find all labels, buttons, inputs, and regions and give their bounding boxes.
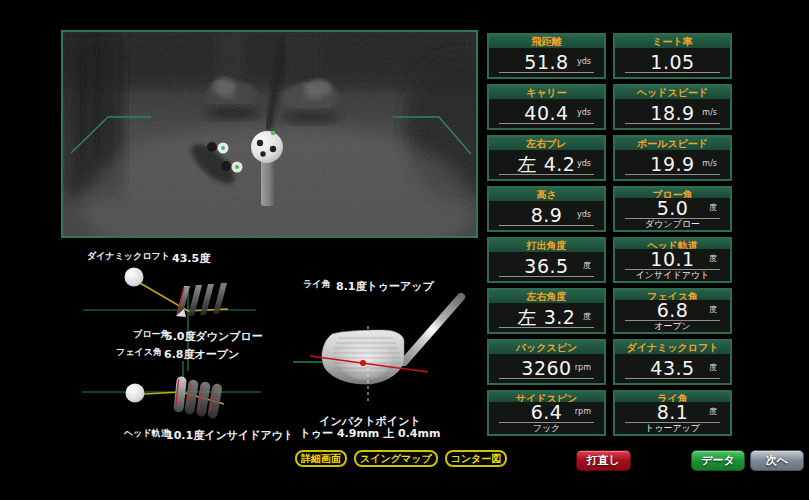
metric-value: 3260 [521, 357, 571, 379]
face-angle-diagram-label: フェイス角 [116, 347, 162, 357]
metric-panel-head_path: ヘッド軌道 10.1 度 インサイドアウト [613, 237, 732, 283]
metric-value: 10.1 [650, 248, 694, 270]
club-face-diagram: ライ角 8.1度トゥーアップ インパクトポイント トゥー 4.9mm 上 0.4… [290, 270, 485, 440]
head-path-diagram-value: 10.1度インサイドアウト [166, 429, 290, 442]
face-angle-diagram-value: 6.8度オープン [164, 348, 239, 361]
metric-label: 高さ [489, 188, 604, 201]
metric-label: 打出角度 [489, 239, 604, 252]
detail-screen-button[interactable]: 詳細画面 [295, 450, 347, 467]
metric-value: 6.8 [657, 299, 689, 321]
metric-panel-ball_speed: ボールスピード 19.9 m/s [613, 135, 732, 181]
metric-sub-label: インサイドアウト [636, 270, 710, 281]
metric-panel-head_speed: ヘッドスピード 18.9 m/s [613, 84, 732, 130]
metric-label: ボールスピード [615, 137, 730, 150]
metric-unit: 度 [583, 256, 591, 276]
club-shaft-drawing [404, 297, 461, 362]
next-button[interactable]: 次へ [750, 450, 804, 471]
lie-angle-diagram-label: ライ角 [303, 279, 330, 289]
metric-unit: yds [577, 103, 591, 123]
metric-panel-lie_angle: ライ角 8.1 度 トゥーアップ [613, 390, 732, 436]
retry-shot-button[interactable]: 打直し [576, 450, 631, 471]
contour-map-button[interactable]: コンター図 [445, 450, 508, 467]
metric-panel-sidespin: サイドスピン 6.4 rpm フック [487, 390, 606, 436]
metric-value: 43.5 [650, 357, 694, 379]
metric-panel-lateral_deviation: 左右ブレ 左 4.2 yds [487, 135, 606, 181]
impact-point-dot [360, 360, 366, 366]
metric-label: 左右ブレ [489, 137, 604, 150]
metric-value: 40.4 [524, 102, 568, 124]
metric-unit: 度 [709, 249, 717, 269]
metric-value: 36.5 [524, 255, 568, 277]
metric-panel-backspin: バックスピン 3260 rpm [487, 339, 606, 385]
metric-label: 飛距離 [489, 35, 604, 48]
metric-unit: rpm [575, 402, 591, 422]
metric-value: 1.05 [650, 51, 694, 73]
metric-panel-dynamic_loft: ダイナミックロフト 43.5 度 [613, 339, 732, 385]
metric-value: 左 4.2 [518, 153, 576, 175]
metric-value: 19.9 [650, 153, 694, 175]
blow-angle-diagram-value: 5.0度ダウンブロー [165, 330, 263, 343]
metric-value: 51.8 [524, 51, 568, 73]
metric-panel-face_angle: フェイス角 6.8 度 オープン [613, 288, 732, 334]
club-heads-top [173, 376, 223, 419]
metric-value: 左 3.2 [518, 306, 576, 328]
metric-value: 18.9 [650, 102, 694, 124]
metric-value: 8.1 [657, 401, 689, 423]
metric-label: 左右角度 [489, 290, 604, 303]
metric-panel-height: 高さ 8.9 yds [487, 186, 606, 232]
swing-map-button[interactable]: スイングマップ [354, 450, 438, 467]
metric-sub-label: ダウンブロー [645, 219, 700, 230]
metric-sub-label: トゥーアップ [645, 423, 700, 434]
metric-unit: m/s [702, 154, 717, 174]
metric-panel-direction_angle: 左右角度 左 3.2 度 [487, 288, 606, 334]
metric-value: 6.4 [531, 401, 563, 423]
metric-label: ミート率 [615, 35, 730, 48]
metric-panel-distance: 飛距離 51.8 yds [487, 33, 606, 79]
swing-diagrams: ダイナミックロフト 43.5度 ブロー角 5.0度ダウンブロー フェイス角 6.… [60, 245, 290, 445]
metric-label: バックスピン [489, 341, 604, 354]
metric-unit: m/s [702, 103, 717, 123]
metric-panel-blow_angle: ブロー角 5.0 度 ダウンブロー [613, 186, 732, 232]
impact-point-detail: トゥー 4.9mm 上 0.4mm [300, 427, 441, 440]
metric-sub-label: フック [533, 423, 561, 434]
data-button[interactable]: データ [691, 450, 745, 471]
lie-angle-diagram-value: 8.1度トゥーアップ [336, 280, 435, 293]
ball-top-view [126, 384, 145, 403]
camera-image [63, 32, 476, 236]
view-buttons: 詳細画面 スイングマップ コンター図 [295, 450, 507, 467]
metric-sub-label: オープン [654, 321, 691, 332]
impact-camera-view [61, 30, 478, 238]
metric-label: ダイナミックロフト [615, 341, 730, 354]
metric-unit: 度 [709, 402, 717, 422]
head-path-diagram-label: ヘッド軌道 [123, 428, 171, 438]
metric-panel-meet_rate: ミート率 1.05 [613, 33, 732, 79]
metric-panel-carry: キャリー 40.4 yds [487, 84, 606, 130]
metric-unit: yds [577, 52, 591, 72]
metric-unit: 度 [709, 358, 717, 378]
metric-value: 8.9 [531, 204, 563, 226]
metric-unit: 度 [583, 307, 591, 327]
metric-unit: yds [577, 205, 591, 225]
metrics-grid: 飛距離 51.8 yds ミート率 1.05 キャリー 40.4 yds [487, 33, 732, 436]
metric-value: 5.0 [657, 197, 689, 219]
metric-label: ヘッドスピード [615, 86, 730, 99]
dynamic-loft-diagram-label: ダイナミックロフト [87, 251, 170, 261]
metric-unit: 度 [709, 198, 717, 218]
metric-unit: 度 [709, 300, 717, 320]
blow-angle-diagram-label: ブロー角 [133, 329, 169, 339]
dynamic-loft-diagram-value: 43.5度 [172, 252, 211, 265]
metric-label: キャリー [489, 86, 604, 99]
ball-side-view [125, 268, 144, 287]
metric-unit: rpm [575, 358, 591, 378]
metric-panel-launch_angle: 打出角度 36.5 度 [487, 237, 606, 283]
metric-unit: yds [577, 154, 591, 174]
club-blades-side [176, 283, 227, 317]
